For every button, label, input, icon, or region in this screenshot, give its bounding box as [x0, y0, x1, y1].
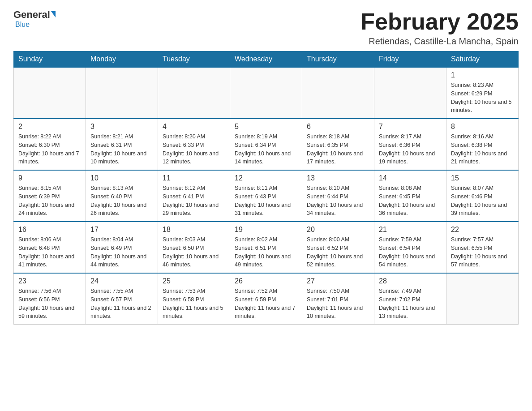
- day-info: Sunrise: 8:07 AMSunset: 6:46 PMDaylight:…: [451, 184, 514, 218]
- calendar-cell: [446, 273, 519, 325]
- day-number: 21: [379, 226, 442, 234]
- calendar-cell: 20Sunrise: 8:00 AMSunset: 6:52 PMDayligh…: [302, 222, 374, 273]
- calendar-cell: 6Sunrise: 8:18 AMSunset: 6:35 PMDaylight…: [302, 119, 374, 170]
- day-info: Sunrise: 7:49 AMSunset: 7:02 PMDaylight:…: [379, 287, 442, 321]
- day-number: 4: [163, 123, 225, 131]
- calendar-cell: 7Sunrise: 8:17 AMSunset: 6:36 PMDaylight…: [374, 119, 446, 170]
- calendar-cell: [14, 67, 86, 119]
- calendar-week-row: 23Sunrise: 7:56 AMSunset: 6:56 PMDayligh…: [14, 273, 519, 325]
- calendar-cell: [158, 67, 230, 119]
- calendar-cell: 11Sunrise: 8:12 AMSunset: 6:41 PMDayligh…: [158, 170, 230, 222]
- day-info: Sunrise: 8:11 AMSunset: 6:43 PMDaylight:…: [235, 184, 297, 218]
- day-number: 6: [307, 123, 369, 131]
- day-info: Sunrise: 8:20 AMSunset: 6:33 PMDaylight:…: [163, 133, 225, 166]
- day-number: 22: [451, 226, 514, 234]
- day-info: Sunrise: 8:21 AMSunset: 6:31 PMDaylight:…: [90, 133, 153, 166]
- weekday-header-wednesday: Wednesday: [230, 51, 302, 68]
- calendar-cell: 3Sunrise: 8:21 AMSunset: 6:31 PMDaylight…: [86, 119, 158, 170]
- calendar-cell: 26Sunrise: 7:52 AMSunset: 6:59 PMDayligh…: [230, 273, 302, 325]
- day-info: Sunrise: 8:03 AMSunset: 6:50 PMDaylight:…: [163, 235, 225, 269]
- day-info: Sunrise: 8:23 AMSunset: 6:29 PMDaylight:…: [451, 81, 514, 115]
- calendar-cell: 12Sunrise: 8:11 AMSunset: 6:43 PMDayligh…: [230, 170, 302, 222]
- weekday-header-saturday: Saturday: [446, 51, 519, 68]
- calendar-cell: [374, 67, 446, 119]
- day-number: 23: [18, 277, 81, 285]
- day-number: 5: [235, 123, 297, 131]
- calendar-header-row: SundayMondayTuesdayWednesdayThursdayFrid…: [14, 51, 519, 68]
- day-info: Sunrise: 8:19 AMSunset: 6:34 PMDaylight:…: [235, 133, 297, 166]
- day-info: Sunrise: 8:18 AMSunset: 6:35 PMDaylight:…: [307, 133, 369, 166]
- calendar-cell: [230, 67, 302, 119]
- weekday-header-tuesday: Tuesday: [158, 51, 230, 68]
- calendar-cell: 5Sunrise: 8:19 AMSunset: 6:34 PMDaylight…: [230, 119, 302, 170]
- day-info: Sunrise: 8:02 AMSunset: 6:51 PMDaylight:…: [235, 235, 297, 269]
- calendar-cell: 21Sunrise: 7:59 AMSunset: 6:54 PMDayligh…: [374, 222, 446, 273]
- day-number: 18: [163, 226, 225, 234]
- calendar-cell: 27Sunrise: 7:50 AMSunset: 7:01 PMDayligh…: [302, 273, 374, 325]
- calendar-cell: 28Sunrise: 7:49 AMSunset: 7:02 PMDayligh…: [374, 273, 446, 325]
- day-number: 28: [379, 277, 442, 285]
- day-number: 2: [18, 123, 81, 131]
- day-info: Sunrise: 8:16 AMSunset: 6:38 PMDaylight:…: [451, 133, 514, 166]
- day-info: Sunrise: 8:10 AMSunset: 6:44 PMDaylight:…: [307, 184, 369, 218]
- weekday-header-thursday: Thursday: [302, 51, 374, 68]
- title-section: February 2025 Retiendas, Castille-La Man…: [360, 9, 519, 47]
- day-info: Sunrise: 8:06 AMSunset: 6:48 PMDaylight:…: [18, 235, 81, 269]
- day-info: Sunrise: 7:50 AMSunset: 7:01 PMDaylight:…: [307, 287, 369, 321]
- logo-triangle-icon: [51, 11, 56, 17]
- logo: General Blue: [13, 9, 56, 29]
- day-number: 27: [307, 277, 369, 285]
- day-info: Sunrise: 8:00 AMSunset: 6:52 PMDaylight:…: [307, 235, 369, 269]
- day-number: 17: [90, 226, 153, 234]
- day-number: 25: [163, 277, 225, 285]
- calendar-cell: 17Sunrise: 8:04 AMSunset: 6:49 PMDayligh…: [86, 222, 158, 273]
- day-number: 19: [235, 226, 297, 234]
- day-info: Sunrise: 8:08 AMSunset: 6:45 PMDaylight:…: [379, 184, 442, 218]
- calendar-cell: [86, 67, 158, 119]
- day-number: 8: [451, 123, 514, 131]
- day-number: 20: [307, 226, 369, 234]
- day-number: 10: [90, 174, 153, 182]
- day-number: 3: [90, 123, 153, 131]
- calendar-cell: 22Sunrise: 7:57 AMSunset: 6:55 PMDayligh…: [446, 222, 519, 273]
- day-info: Sunrise: 8:04 AMSunset: 6:49 PMDaylight:…: [90, 235, 153, 269]
- day-number: 14: [379, 174, 442, 182]
- day-number: 13: [307, 174, 369, 182]
- day-info: Sunrise: 7:52 AMSunset: 6:59 PMDaylight:…: [235, 287, 297, 321]
- day-info: Sunrise: 7:57 AMSunset: 6:55 PMDaylight:…: [451, 235, 514, 269]
- weekday-header-monday: Monday: [86, 51, 158, 68]
- calendar-cell: 10Sunrise: 8:13 AMSunset: 6:40 PMDayligh…: [86, 170, 158, 222]
- day-info: Sunrise: 8:17 AMSunset: 6:36 PMDaylight:…: [379, 133, 442, 166]
- weekday-header-sunday: Sunday: [14, 51, 86, 68]
- page-header: General Blue February 2025 Retiendas, Ca…: [13, 9, 519, 47]
- day-info: Sunrise: 7:53 AMSunset: 6:58 PMDaylight:…: [163, 287, 225, 321]
- day-number: 1: [451, 71, 514, 79]
- calendar-cell: 24Sunrise: 7:55 AMSunset: 6:57 PMDayligh…: [86, 273, 158, 325]
- calendar-cell: 14Sunrise: 8:08 AMSunset: 6:45 PMDayligh…: [374, 170, 446, 222]
- calendar-cell: 16Sunrise: 8:06 AMSunset: 6:48 PMDayligh…: [14, 222, 86, 273]
- day-number: 7: [379, 123, 442, 131]
- day-info: Sunrise: 8:13 AMSunset: 6:40 PMDaylight:…: [90, 184, 153, 218]
- calendar-week-row: 2Sunrise: 8:22 AMSunset: 6:30 PMDaylight…: [14, 119, 519, 170]
- day-info: Sunrise: 8:15 AMSunset: 6:39 PMDaylight:…: [18, 184, 81, 218]
- day-info: Sunrise: 8:22 AMSunset: 6:30 PMDaylight:…: [18, 133, 81, 166]
- day-number: 9: [18, 174, 81, 182]
- calendar-week-row: 1Sunrise: 8:23 AMSunset: 6:29 PMDaylight…: [14, 67, 519, 119]
- calendar-cell: 19Sunrise: 8:02 AMSunset: 6:51 PMDayligh…: [230, 222, 302, 273]
- logo-blue-text: Blue: [15, 21, 30, 28]
- day-info: Sunrise: 7:56 AMSunset: 6:56 PMDaylight:…: [18, 287, 81, 321]
- calendar-week-row: 16Sunrise: 8:06 AMSunset: 6:48 PMDayligh…: [14, 222, 519, 273]
- day-number: 26: [235, 277, 297, 285]
- calendar-cell: 13Sunrise: 8:10 AMSunset: 6:44 PMDayligh…: [302, 170, 374, 222]
- calendar-cell: [302, 67, 374, 119]
- weekday-header-friday: Friday: [374, 51, 446, 68]
- logo-general-text: General: [13, 9, 50, 21]
- day-info: Sunrise: 8:12 AMSunset: 6:41 PMDaylight:…: [163, 184, 225, 218]
- day-number: 15: [451, 174, 514, 182]
- day-info: Sunrise: 7:59 AMSunset: 6:54 PMDaylight:…: [379, 235, 442, 269]
- calendar-cell: 9Sunrise: 8:15 AMSunset: 6:39 PMDaylight…: [14, 170, 86, 222]
- calendar-week-row: 9Sunrise: 8:15 AMSunset: 6:39 PMDaylight…: [14, 170, 519, 222]
- calendar-cell: 25Sunrise: 7:53 AMSunset: 6:58 PMDayligh…: [158, 273, 230, 325]
- calendar-cell: 18Sunrise: 8:03 AMSunset: 6:50 PMDayligh…: [158, 222, 230, 273]
- calendar-cell: 8Sunrise: 8:16 AMSunset: 6:38 PMDaylight…: [446, 119, 519, 170]
